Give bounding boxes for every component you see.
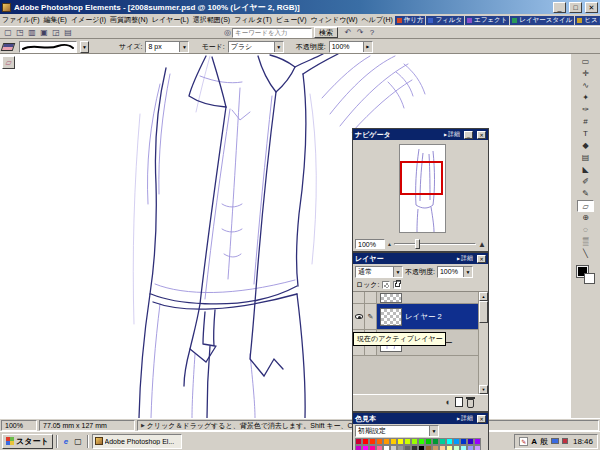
menu-item[interactable]: ヘルプ(H) bbox=[360, 15, 395, 25]
undo-icon[interactable]: ↶ bbox=[342, 27, 354, 38]
color-swatch[interactable] bbox=[390, 438, 397, 445]
swatches-preset-combo[interactable]: 初期設定 ▼ bbox=[355, 425, 439, 437]
swatches-title-bar[interactable]: 色見本 ▶ 詳細 ✕ bbox=[353, 413, 488, 424]
ime-input-mode[interactable]: A bbox=[531, 437, 537, 446]
start-button[interactable]: スタート bbox=[2, 434, 53, 449]
opacity-combo[interactable]: 100% ▶ bbox=[329, 41, 373, 53]
selection-brush-tool[interactable]: ✑ bbox=[577, 104, 594, 116]
keyboard-indicator-icon[interactable] bbox=[551, 438, 559, 444]
shape-tool[interactable]: ◆ bbox=[577, 140, 594, 152]
save-icon[interactable]: ▣ bbox=[38, 27, 50, 38]
navigator-zoom-field[interactable]: 100% bbox=[355, 239, 385, 249]
color-swatch[interactable] bbox=[453, 445, 460, 450]
brush-preset-preview[interactable] bbox=[19, 41, 77, 53]
rectangular-marquee-tool[interactable]: ▭ bbox=[577, 56, 594, 68]
open-folder-icon[interactable]: ◳ bbox=[14, 27, 26, 38]
color-swatch[interactable] bbox=[376, 438, 383, 445]
file-browser-icon[interactable]: ▥ bbox=[26, 27, 38, 38]
menu-item[interactable]: 編集(E) bbox=[42, 15, 69, 25]
eraser-float-icon[interactable]: ▱ bbox=[2, 56, 15, 69]
new-layer-icon[interactable] bbox=[455, 397, 463, 407]
taskbar-task-photoshop[interactable]: Adobe Photoshop El... bbox=[92, 434, 182, 449]
search-input[interactable] bbox=[232, 28, 312, 38]
lock-transparency-checkbox[interactable] bbox=[382, 281, 390, 289]
color-swatch[interactable] bbox=[446, 445, 453, 450]
color-swatch[interactable] bbox=[425, 438, 432, 445]
color-swatch[interactable] bbox=[467, 438, 474, 445]
color-swatch[interactable] bbox=[460, 445, 467, 450]
lock-all-checkbox[interactable] bbox=[393, 281, 401, 289]
layer-thumbnail[interactable] bbox=[380, 308, 402, 326]
redo-icon[interactable]: ↷ bbox=[354, 27, 366, 38]
zoom-out-icon[interactable]: ▲ bbox=[387, 241, 392, 247]
menu-item[interactable]: ファイル(F) bbox=[0, 15, 42, 25]
layer-row-partial[interactable] bbox=[353, 292, 488, 304]
color-swatch[interactable] bbox=[425, 445, 432, 450]
crop-tool[interactable]: # bbox=[577, 116, 594, 128]
color-swatch[interactable] bbox=[411, 438, 418, 445]
navigator-title-bar[interactable]: ナビゲータ ▶ 詳細 _ ✕ bbox=[353, 129, 488, 140]
ie-icon[interactable]: e bbox=[61, 436, 72, 447]
blend-mode-combo[interactable]: 通常 ▼ bbox=[355, 266, 403, 278]
menu-item[interactable]: レイヤー(L) bbox=[150, 15, 191, 25]
scroll-up-arrow[interactable]: ▲ bbox=[479, 292, 488, 301]
navigator-minimize-button[interactable]: _ bbox=[464, 131, 473, 139]
gradient-tool[interactable]: ▤ bbox=[577, 152, 594, 164]
color-swatch[interactable] bbox=[376, 445, 383, 450]
layers-close-button[interactable]: ✕ bbox=[477, 255, 486, 263]
zoom-field[interactable]: 100% bbox=[1, 420, 37, 431]
color-swatch[interactable] bbox=[432, 438, 439, 445]
palette-well-tab[interactable]: レイヤースタイル bbox=[510, 16, 574, 25]
new-document-icon[interactable]: ▢ bbox=[2, 27, 14, 38]
color-swatch[interactable] bbox=[467, 445, 474, 450]
menu-item[interactable]: ビュー(V) bbox=[274, 15, 309, 25]
navigator-thumbnail[interactable] bbox=[399, 144, 446, 233]
color-swatch[interactable] bbox=[432, 445, 439, 450]
view-rectangle[interactable] bbox=[400, 161, 443, 195]
menu-item[interactable]: 画質調整(N) bbox=[108, 15, 150, 25]
menu-item[interactable]: ウィンドウ(W) bbox=[308, 15, 359, 25]
help-icon[interactable]: ? bbox=[366, 27, 378, 38]
color-swatch[interactable] bbox=[383, 445, 390, 450]
mode-combo[interactable]: ブラシ ▼ bbox=[228, 41, 284, 53]
tray-app-icon[interactable] bbox=[562, 438, 568, 444]
layers-scrollbar[interactable]: ▲ ▼ bbox=[478, 292, 488, 394]
color-swatch[interactable] bbox=[355, 445, 362, 450]
layers-more-button[interactable]: ▶ 詳細 bbox=[457, 254, 473, 263]
background-color-chip[interactable] bbox=[584, 273, 595, 284]
color-swatch[interactable] bbox=[404, 438, 411, 445]
color-swatch[interactable] bbox=[397, 445, 404, 450]
palette-well-tab[interactable]: エフェクト bbox=[465, 16, 509, 25]
color-swatch[interactable] bbox=[460, 438, 467, 445]
ime-pen-icon[interactable]: ✎ bbox=[519, 437, 528, 446]
color-swatch[interactable] bbox=[362, 445, 369, 450]
clone-stamp-tool[interactable]: ⊕ bbox=[577, 212, 594, 224]
move-tool[interactable]: ✛ bbox=[577, 68, 594, 80]
ime-conversion-mode[interactable]: 般 bbox=[540, 436, 548, 447]
eraser-tool[interactable]: ▱ bbox=[577, 200, 594, 212]
palette-well-tab[interactable]: フィルタ bbox=[426, 16, 464, 25]
layer-row-layer2[interactable]: ✎ レイヤー 2 bbox=[353, 304, 488, 330]
swatches-more-button[interactable]: ▶ 詳細 bbox=[457, 414, 473, 423]
color-swatch[interactable] bbox=[369, 438, 376, 445]
eyedropper-tool[interactable]: ╲ bbox=[577, 248, 594, 260]
search-button[interactable]: 検索 bbox=[314, 27, 338, 38]
color-swatch[interactable] bbox=[474, 438, 481, 445]
palette-well-tab[interactable]: 作り方 bbox=[395, 16, 426, 25]
zoom-slider-thumb[interactable] bbox=[415, 239, 420, 249]
import-icon[interactable]: ◲ bbox=[50, 27, 62, 38]
color-swatch[interactable] bbox=[362, 438, 369, 445]
color-swatch[interactable] bbox=[404, 445, 411, 450]
menu-item[interactable]: イメージ(I) bbox=[69, 15, 108, 25]
delete-layer-icon[interactable] bbox=[467, 399, 474, 408]
navigator-close-button[interactable]: ✕ bbox=[477, 131, 486, 139]
menu-item[interactable]: 選択範囲(S) bbox=[191, 15, 232, 25]
zoom-in-icon[interactable]: ▲ bbox=[478, 240, 486, 249]
type-tool[interactable]: T bbox=[577, 128, 594, 140]
layers-title-bar[interactable]: レイヤー ▶ 詳細 ✕ bbox=[353, 253, 488, 264]
color-swatch[interactable] bbox=[418, 445, 425, 450]
color-swatch[interactable] bbox=[439, 438, 446, 445]
paint-bucket-tool[interactable]: ◣ bbox=[577, 164, 594, 176]
brush-tool[interactable]: ✐ bbox=[577, 176, 594, 188]
adjustment-layer-icon[interactable]: ◐ bbox=[446, 397, 451, 407]
